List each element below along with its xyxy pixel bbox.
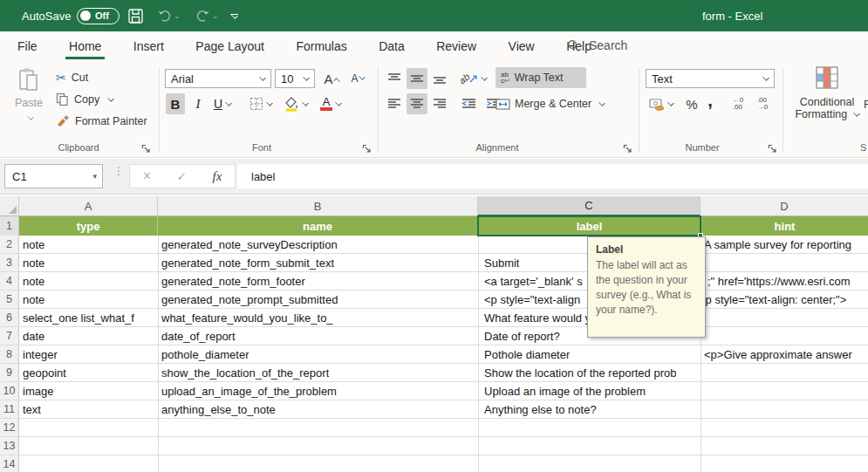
center-button[interactable] bbox=[407, 93, 427, 114]
tab-review[interactable]: Review bbox=[434, 31, 478, 59]
cell-hint-5[interactable]: <p style="text-align: center;"> bbox=[699, 291, 846, 309]
tab-view[interactable]: View bbox=[507, 31, 537, 59]
cell-type-10[interactable]: image bbox=[23, 382, 53, 400]
fill-color-dropdown-icon[interactable] bbox=[302, 99, 309, 106]
cell-type-5[interactable]: note bbox=[23, 291, 44, 309]
row-number[interactable]: 9 bbox=[0, 364, 19, 381]
formula-input[interactable]: label bbox=[237, 164, 868, 188]
number-dialog-launcher[interactable] bbox=[768, 141, 778, 152]
cell-label-8[interactable]: Pothole diameter bbox=[484, 345, 570, 364]
tab-file[interactable]: File bbox=[16, 31, 39, 59]
cell-name-10[interactable]: upload_an_image_of_the_problem bbox=[161, 382, 337, 400]
tab-page-layout[interactable]: Page Layout bbox=[194, 31, 266, 59]
insert-function-icon[interactable]: fx bbox=[212, 169, 222, 184]
name-box[interactable]: C1 ▾ bbox=[4, 164, 103, 188]
cell-name-4[interactable]: generated_note_form_footer bbox=[161, 272, 305, 291]
merge-center-dropdown-icon[interactable] bbox=[598, 99, 605, 106]
paste-dropdown-icon[interactable] bbox=[27, 113, 34, 120]
row-number[interactable]: 3 bbox=[0, 254, 19, 271]
copy-dropdown-icon[interactable] bbox=[107, 95, 114, 102]
column-header-c[interactable]: C bbox=[478, 196, 701, 216]
font-color-button[interactable]: A bbox=[316, 93, 345, 114]
name-box-dropdown-icon[interactable]: ▾ bbox=[92, 172, 102, 181]
redo-button[interactable]: ⌄ bbox=[195, 0, 219, 31]
row-number[interactable]: 13 bbox=[0, 437, 19, 455]
fill-color-button[interactable] bbox=[281, 93, 311, 114]
column-header-a[interactable]: A bbox=[19, 196, 158, 216]
row-number[interactable]: 10 bbox=[0, 382, 19, 400]
row-number[interactable]: 1 bbox=[0, 216, 19, 236]
cell-type-9[interactable]: geopoint bbox=[23, 364, 66, 382]
cell-label-9[interactable]: Show the location of the reported prob bbox=[484, 364, 676, 382]
align-left-button[interactable] bbox=[384, 93, 405, 114]
align-right-button[interactable] bbox=[429, 93, 450, 114]
cell-label-7[interactable]: Date of report? bbox=[484, 327, 560, 345]
search-box[interactable]: Search bbox=[567, 38, 627, 52]
cell-type-4[interactable]: note bbox=[23, 272, 44, 291]
copy-button[interactable]: Copy bbox=[56, 92, 113, 106]
row-number[interactable]: 2 bbox=[0, 236, 19, 253]
save-button[interactable] bbox=[127, 0, 144, 31]
cell-b1[interactable]: name bbox=[158, 216, 478, 236]
row-number[interactable]: 14 bbox=[0, 455, 19, 472]
percent-style-button[interactable]: % bbox=[682, 93, 701, 114]
paste-button[interactable]: Paste bbox=[9, 67, 49, 137]
row-number[interactable]: 4 bbox=[0, 272, 19, 290]
increase-decimal-button[interactable]: ←0.00 bbox=[728, 93, 748, 114]
italic-button[interactable]: I bbox=[188, 93, 208, 114]
cell-type-11[interactable]: text bbox=[23, 400, 41, 419]
conditional-formatting-button[interactable]: Conditional Formatting bbox=[792, 65, 862, 120]
orientation-button[interactable]: ab bbox=[457, 68, 489, 89]
cell-type-3[interactable]: note bbox=[23, 254, 44, 272]
cell-label-3[interactable]: Submit bbox=[484, 254, 519, 272]
accounting-format-button[interactable] bbox=[646, 93, 677, 114]
row-number[interactable]: 6 bbox=[0, 309, 19, 326]
cell-a1[interactable]: type bbox=[19, 216, 158, 236]
cell-d1[interactable]: hint bbox=[701, 216, 868, 236]
row-number[interactable]: 7 bbox=[0, 327, 19, 345]
cancel-icon[interactable]: × bbox=[143, 168, 151, 184]
select-all-button[interactable] bbox=[0, 196, 19, 216]
decrease-font-size-button[interactable]: A bbox=[347, 68, 368, 89]
bold-button[interactable]: B bbox=[166, 93, 185, 114]
cell-label-10[interactable]: Upload an image of the problem bbox=[484, 382, 646, 400]
number-format-combo[interactable]: Text bbox=[646, 69, 775, 88]
tab-home[interactable]: Home bbox=[67, 31, 103, 59]
cell-name-6[interactable]: what_feature_would_you_like_to_ bbox=[161, 309, 333, 327]
row-number[interactable]: 5 bbox=[0, 291, 19, 308]
cell-type-8[interactable]: integer bbox=[23, 345, 58, 364]
customize-qat-button[interactable] bbox=[230, 0, 238, 31]
orientation-dropdown-icon[interactable] bbox=[481, 74, 488, 81]
wrap-text-button[interactable]: abc↩ Wrap Text bbox=[496, 67, 586, 88]
cell-name-11[interactable]: anything_else_to_note bbox=[161, 400, 276, 419]
cut-button[interactable]: ✂ Cut bbox=[56, 71, 88, 85]
conditional-formatting-dropdown-icon[interactable] bbox=[853, 110, 860, 117]
tab-insert[interactable]: Insert bbox=[132, 31, 166, 59]
tab-formulas[interactable]: Formulas bbox=[294, 31, 348, 59]
font-name-combo[interactable]: Arial bbox=[165, 69, 271, 88]
cell-type-2[interactable]: note bbox=[23, 236, 44, 254]
cell-name-3[interactable]: generated_note_form_submit_text bbox=[161, 254, 334, 272]
cell-type-7[interactable]: date bbox=[23, 327, 44, 345]
cell-name-7[interactable]: date_of_report bbox=[161, 327, 236, 345]
comma-style-button[interactable]: , bbox=[703, 90, 717, 111]
row-number[interactable]: 11 bbox=[0, 400, 19, 418]
decrease-decimal-button[interactable]: .00→0 bbox=[752, 93, 773, 114]
bottom-align-button[interactable] bbox=[429, 68, 450, 89]
top-align-button[interactable] bbox=[384, 68, 405, 89]
increase-font-size-button[interactable]: A bbox=[321, 68, 342, 89]
underline-button[interactable]: U bbox=[209, 93, 236, 114]
cell-hint-4[interactable]: ;" href='https://www.esri.com bbox=[707, 272, 851, 291]
decrease-indent-button[interactable] bbox=[457, 93, 480, 114]
enter-icon[interactable]: ✓ bbox=[176, 169, 187, 183]
row-number[interactable]: 8 bbox=[0, 345, 19, 363]
cell-label-4[interactable]: <a target='_blank' s bbox=[484, 272, 583, 291]
cell-hint-2[interactable]: A sample survey for reporting bbox=[704, 236, 851, 254]
cell-c1-selected[interactable]: label bbox=[478, 216, 701, 236]
cell-name-9[interactable]: show_the_location_of_the_report bbox=[161, 364, 329, 382]
font-color-dropdown-icon[interactable] bbox=[335, 99, 342, 106]
column-header-b[interactable]: B bbox=[158, 196, 478, 216]
undo-dropdown-icon[interactable]: ⌄ bbox=[174, 11, 181, 20]
autosave-toggle[interactable]: Off bbox=[77, 0, 120, 31]
merge-center-button[interactable]: Merge & Center bbox=[496, 93, 633, 114]
